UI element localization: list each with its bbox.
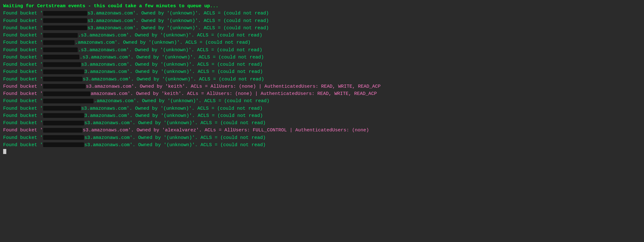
redacted-hostname bbox=[43, 106, 81, 111]
line-suffix: .s3.amazonaws.com'. Owned by '(unknown)'… bbox=[78, 33, 262, 38]
redacted-hostname bbox=[43, 11, 87, 16]
line-suffix: amazonaws.com'. Owned by 'keith'. ACLs =… bbox=[91, 91, 377, 96]
terminal-line: Found bucket ' s3.amazonaws.com'. Owned … bbox=[3, 141, 641, 149]
line-prefix: Found bucket ' bbox=[3, 62, 43, 67]
line-prefix: Found bucket ' bbox=[3, 18, 43, 24]
line-prefix: Found bucket ' bbox=[3, 55, 43, 60]
line-prefix: Found bucket ' bbox=[3, 128, 43, 133]
line-prefix: Found bucket ' bbox=[3, 98, 43, 104]
terminal-line: Found bucket ' s3.amazonaws.com'. Owned … bbox=[3, 105, 641, 112]
terminal-line: Found bucket ' s3.amazonaws.com'. Owned … bbox=[3, 25, 641, 32]
terminal-line: Found bucket ' 3.amazonaws.com'. Owned b… bbox=[3, 112, 641, 119]
terminal-line: Found bucket ' s3.amazonaws.com'. Owned … bbox=[3, 134, 641, 141]
redacted-hostname bbox=[43, 135, 84, 140]
line-prefix: Found bucket ' bbox=[3, 106, 43, 111]
line-prefix: Found bucket ' bbox=[3, 142, 43, 148]
redacted-hostname bbox=[43, 128, 82, 133]
line-prefix: Found bucket ' bbox=[3, 120, 43, 126]
line-suffix: s3.amazonaws.com'. Owned by 'alexalvarez… bbox=[83, 128, 369, 133]
redacted-hostname bbox=[43, 40, 75, 45]
line-suffix: s3.amazonaws.com'. Owned by '(unknown)'.… bbox=[88, 11, 269, 16]
line-suffix: s3.amazonaws.com'. Owned by '(unknown)'.… bbox=[84, 142, 266, 148]
line-prefix: Found bucket ' bbox=[3, 11, 43, 16]
terminal-line: Found bucket ' .s3.amazonaws.com'. Owned… bbox=[3, 54, 641, 61]
line-suffix: s3.amazonaws.com'. Owned by 'keith'. ACL… bbox=[86, 84, 381, 89]
redacted-hostname bbox=[43, 55, 79, 59]
terminal-line: Found bucket ' .s3.amazonaws.com'. Owned… bbox=[3, 47, 641, 54]
line-prefix: Found bucket ' bbox=[3, 69, 43, 74]
line-prefix: Found bucket ' bbox=[3, 77, 43, 82]
terminal-line: Found bucket ' .amazonaws.com'. Owned by… bbox=[3, 97, 641, 105]
line-prefix: Found bucket ' bbox=[3, 40, 43, 45]
terminal-line: Found bucket ' .s3.amazonaws.com'. Owned… bbox=[3, 32, 641, 39]
line-prefix: Found bucket ' bbox=[3, 91, 43, 96]
terminal-line: Found bucket ' amazonaws.com'. Owned by … bbox=[3, 90, 641, 97]
waiting-message-line: Waiting for Certstream events - this cou… bbox=[3, 3, 641, 10]
redacted-hostname bbox=[43, 62, 81, 67]
terminal-line: Found bucket ' s3.amazonaws.com'. Owned … bbox=[3, 119, 641, 127]
line-suffix: .s3.amazonaws.com'. Owned by '(unknown)'… bbox=[80, 55, 264, 60]
terminal-line: Found bucket ' s3.amazonaws.com'. Owned … bbox=[3, 10, 641, 17]
redacted-hostname bbox=[43, 113, 84, 118]
terminal-container: Waiting for Certstream events - this cou… bbox=[3, 3, 641, 154]
terminal-line: Found bucket ' s3.amazonaws.com'. Owned … bbox=[3, 83, 641, 90]
line-prefix: Found bucket ' bbox=[3, 113, 43, 118]
redacted-hostname bbox=[43, 84, 86, 89]
line-suffix: s3.amazonaws.com'. Owned by '(unknown)'.… bbox=[81, 62, 263, 67]
redacted-hostname bbox=[43, 47, 78, 52]
line-prefix: Found bucket ' bbox=[3, 25, 43, 31]
redacted-hostname bbox=[43, 77, 82, 81]
redacted-hostname bbox=[43, 99, 93, 103]
line-suffix: 3.amazonaws.com'. Owned by '(unknown)'. … bbox=[84, 69, 263, 74]
terminal-line: Found bucket ' 3.amazonaws.com'. Owned b… bbox=[3, 68, 641, 75]
line-suffix: s3.amazonaws.com'. Owned by '(unknown)'.… bbox=[88, 18, 269, 24]
terminal-line: Found bucket ' s3.amazonaws.com'. Owned … bbox=[3, 127, 641, 134]
terminal-line: Found bucket ' s3.amazonaws.com'. Owned … bbox=[3, 76, 641, 83]
line-suffix: s3.amazonaws.com'. Owned by '(unknown)'.… bbox=[84, 120, 266, 126]
terminal-line: Found bucket ' .amazonaws.com'. Owned by… bbox=[3, 39, 641, 46]
line-prefix: Found bucket ' bbox=[3, 47, 43, 53]
line-prefix: Found bucket ' bbox=[3, 33, 43, 38]
line-prefix: Found bucket ' bbox=[3, 84, 43, 89]
line-suffix: s3.amazonaws.com'. Owned by '(unknown)'.… bbox=[81, 106, 263, 111]
redacted-hostname bbox=[43, 142, 84, 147]
redacted-hostname bbox=[43, 18, 87, 23]
line-prefix: Found bucket ' bbox=[3, 135, 43, 140]
terminal-line: Found bucket ' s3.amazonaws.com'. Owned … bbox=[3, 61, 641, 68]
line-suffix: s3.amazonaws.com'. Owned by '(unknown)'.… bbox=[83, 77, 264, 82]
line-suffix: 3.amazonaws.com'. Owned by '(unknown)'. … bbox=[84, 113, 263, 118]
terminal-line: Found bucket ' s3.amazonaws.com'. Owned … bbox=[3, 17, 641, 25]
redacted-hostname bbox=[43, 25, 87, 30]
redacted-hostname bbox=[43, 69, 84, 74]
line-suffix: s3.amazonaws.com'. Owned by '(unknown)'.… bbox=[84, 135, 266, 140]
line-suffix: s3.amazonaws.com'. Owned by '(unknown)'.… bbox=[88, 25, 269, 31]
line-suffix: .s3.amazonaws.com'. Owned by '(unknown)'… bbox=[78, 47, 262, 53]
line-suffix: .amazonaws.com'. Owned by '(unknown)'. A… bbox=[94, 98, 269, 104]
redacted-hostname bbox=[43, 91, 90, 96]
cursor bbox=[3, 149, 6, 154]
line-suffix: .amazonaws.com'. Owned by '(unknown)'. A… bbox=[75, 40, 251, 45]
redacted-hostname bbox=[43, 33, 78, 38]
redacted-hostname bbox=[43, 121, 84, 125]
